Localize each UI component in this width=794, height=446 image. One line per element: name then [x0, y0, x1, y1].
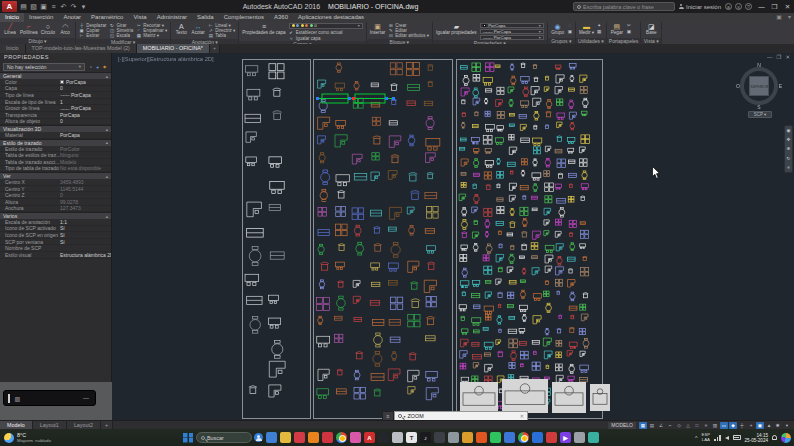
print-icon[interactable]: ≡ [49, 1, 58, 12]
save-icon[interactable]: ▣ [39, 1, 48, 12]
viewcube-top-face[interactable]: SUPERIOR [749, 76, 769, 96]
ribbon-tab-vista[interactable]: Vista [128, 13, 151, 22]
cut-icon[interactable]: ✂ [627, 23, 631, 28]
polar-tracking-icon[interactable]: ◇ [675, 422, 683, 429]
battery-icon[interactable] [733, 435, 741, 440]
layer-dropdown[interactable]: 0▾ [289, 23, 363, 29]
chevron-down-icon[interactable]: ▾ [785, 13, 794, 22]
file-tab-top-modelo-tuto-las-muestras-model-2[interactable]: TOP-modelo-tuto-las-Muestras Model (2) [26, 44, 137, 53]
acrobat-icon[interactable]: A [364, 432, 375, 443]
quick-calc-icon[interactable]: ▦ [597, 29, 601, 34]
isolate-objects-icon[interactable]: ▾ [783, 422, 791, 429]
app-icon[interactable] [434, 432, 445, 443]
dimension-button[interactable]: ↔Acotar [191, 23, 205, 36]
polyline-button[interactable]: ⌐Polilínea [20, 23, 38, 36]
property-value[interactable]: 0 [60, 118, 111, 124]
group-edit-icon[interactable]: ▣ [568, 29, 572, 34]
measure-button[interactable]: ▬Medir ▾ [579, 23, 594, 36]
app-icon[interactable] [574, 432, 585, 443]
autocad-logo[interactable]: A [2, 1, 17, 12]
drawing-close-icon[interactable]: ✕ [785, 54, 790, 60]
property-value[interactable]: No está disponible [60, 165, 111, 171]
property-value[interactable]: PorColor [60, 146, 111, 152]
toggle-pickadd-icon[interactable]: ◔ [87, 63, 94, 71]
signin-button[interactable]: Iniciar sesión [679, 4, 721, 10]
paste-button[interactable]: ▤Pegar [610, 23, 624, 36]
close-icon[interactable]: ✕ [520, 413, 524, 419]
selection-cycling-icon[interactable]: ▭ [720, 422, 728, 429]
qat-dropdown-icon[interactable]: ▾ [79, 1, 88, 12]
property-value[interactable]: 1:1 [60, 219, 111, 225]
taskbar-weather-widget[interactable]: 8°C Mayorm. nublado [0, 432, 70, 443]
property-value[interactable]: 1145.5144 [60, 186, 111, 192]
layer-properties-button[interactable]: ≡Propiedades de capa [242, 23, 285, 36]
compass-south-label[interactable]: S [757, 104, 760, 110]
command-input-value[interactable]: ZOOM [408, 413, 518, 419]
folder-icon[interactable] [280, 432, 291, 443]
autodesk360-icon[interactable]: a [725, 3, 732, 10]
compass-west-label[interactable]: O [736, 83, 740, 89]
quick-select-icon[interactable]: ✦ [597, 23, 601, 28]
app-icon[interactable] [266, 432, 277, 443]
ribbon-tab-param-trico[interactable]: Paramétrico [86, 13, 128, 22]
quick-properties-icon[interactable]: ▣ [756, 422, 764, 429]
clock[interactable]: 14:15 25-05-2024 [745, 433, 769, 443]
base-button[interactable]: ◪Base [644, 23, 658, 36]
set-current-layer-button[interactable]: ✔Establecer como actual [289, 30, 363, 35]
property-value[interactable]: Ninguno [60, 152, 111, 158]
drawing-canvas[interactable] [112, 53, 794, 420]
viewcube[interactable]: SUPERIOR N S O E [737, 64, 781, 108]
file-tab-mobiliario-oficina[interactable]: MOBILIARIO - OFICINA* [137, 44, 210, 53]
app-icon[interactable] [532, 432, 543, 443]
close-button[interactable]: ✕ [781, 0, 794, 13]
camera-icon[interactable] [392, 432, 403, 443]
ribbon-tab-anotar[interactable]: Anotar [58, 13, 86, 22]
property-value[interactable]: PorCapa [60, 112, 111, 118]
help-icon[interactable]: ? [745, 3, 752, 10]
photos-icon[interactable] [462, 432, 473, 443]
line-button[interactable]: ╱Línea [3, 23, 17, 36]
settings-icon[interactable] [448, 432, 459, 443]
orbit-icon[interactable]: ↻ [787, 156, 791, 161]
file-tab-inicio[interactable]: Inicio [0, 44, 26, 53]
compass-north-label[interactable]: N [757, 62, 761, 68]
pdf-icon[interactable] [546, 432, 557, 443]
group-button[interactable]: ◉Grupo [551, 23, 565, 36]
match-properties-button[interactable]: ▰Igualar propiedades [436, 23, 477, 36]
text-button[interactable]: ATexto [174, 23, 188, 36]
app-icon[interactable]: T [406, 432, 417, 443]
command-customize-icon[interactable]: ≡ [382, 411, 394, 420]
volume-icon[interactable] [725, 436, 729, 440]
tray-expand-icon[interactable]: ^ [695, 435, 698, 441]
app-icon[interactable] [350, 432, 361, 443]
property-value[interactable]: Sí [60, 232, 111, 238]
app-icon[interactable] [588, 432, 599, 443]
app-icon[interactable] [322, 432, 333, 443]
app-icon[interactable] [294, 432, 305, 443]
undo-icon[interactable]: ↶ [59, 1, 68, 12]
ribbon-tab-a360[interactable]: A360 [269, 13, 293, 22]
language-indicator[interactable]: ESP LAA [702, 433, 711, 442]
property-value[interactable]: PorCapa [60, 132, 111, 138]
zoom-extents-icon[interactable]: ⊕ [787, 146, 791, 151]
app-icon[interactable] [378, 432, 389, 443]
open-file-icon[interactable]: ▧ [29, 1, 38, 12]
infer-constraints-icon[interactable]: ∠ [657, 422, 665, 429]
scp-button[interactable]: SCP ▾ [748, 111, 772, 118]
search-avatar[interactable] [254, 433, 263, 442]
object-properties-dropdown[interactable]: PorCapa▾ [480, 23, 544, 28]
osnap-3d-icon[interactable]: ◆ [729, 422, 737, 429]
wifi-icon[interactable] [714, 435, 720, 441]
chrome-icon[interactable] [336, 432, 347, 443]
chrome-icon[interactable] [518, 432, 529, 443]
viewport-controls-label[interactable]: [-][Superior][Estructura alámbrica 2D] [118, 56, 214, 62]
navigation-bar[interactable]: ◉✥⊕↻≡ [784, 125, 793, 173]
model-space-label[interactable]: MODELO [608, 422, 636, 429]
property-value[interactable]: 127.3473 [60, 205, 111, 211]
minimize-button[interactable]: — [755, 0, 768, 13]
layout-tab-modelo[interactable]: Modelo [0, 421, 33, 429]
circle-button[interactable]: ○Círculo [41, 23, 56, 36]
ribbon-display-toggle-icon[interactable]: ▣ [773, 13, 785, 22]
property-value[interactable]: 1 [60, 99, 111, 105]
drawing-area[interactable]: [-][Superior][Estructura alámbrica 2D] —… [112, 53, 794, 420]
